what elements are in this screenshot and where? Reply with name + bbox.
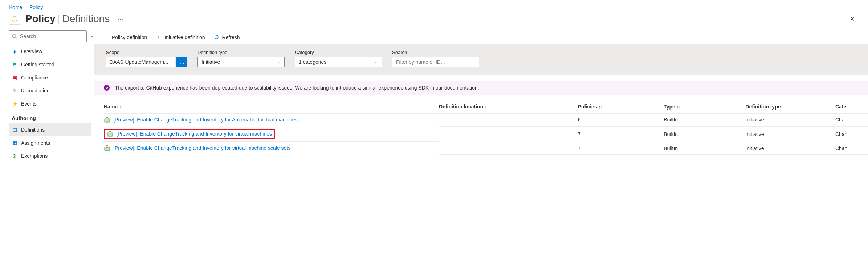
scope-display: OAAS-UpdateManagem... — [106, 57, 175, 67]
sidebar-item-exemptions[interactable]: ⊘Exemptions — [9, 149, 91, 162]
plus-icon: ＋ — [156, 33, 162, 41]
definition-link[interactable]: [Preview]: Enable ChangeTracking and Inv… — [113, 117, 298, 123]
plus-icon: ＋ — [103, 33, 109, 41]
cell-type: BuiltIn — [664, 114, 745, 127]
cell-type: BuiltIn — [664, 142, 745, 154]
notice-text: The export to GitHub experience has been… — [115, 85, 479, 91]
cell-policies: 7 — [578, 126, 664, 142]
page-header: Policy | Definitions ··· ✕ — [0, 12, 868, 30]
breadcrumb-policy[interactable]: Policy — [29, 4, 43, 10]
column-policies[interactable]: Policies↑↓ — [578, 101, 664, 114]
definition-type-label: Definition type — [197, 50, 285, 55]
refresh-icon — [214, 34, 219, 40]
table-row[interactable]: [Preview]: Enable ChangeTracking and Inv… — [104, 114, 868, 127]
info-icon: ➜ — [104, 85, 110, 91]
sort-icon: ↑↓ — [485, 105, 489, 109]
cell-type: BuiltIn — [664, 126, 745, 142]
compliance-icon: ▣ — [12, 75, 17, 81]
cell-policies: 7 — [578, 142, 664, 154]
add-policy-definition-button[interactable]: ＋Policy definition — [103, 33, 147, 41]
assignments-icon: ▦ — [12, 140, 17, 146]
sidebar-item-getting-started[interactable]: ⚑Getting started — [9, 58, 91, 71]
sidebar-search[interactable] — [9, 30, 87, 42]
highlighted-definition: [Preview]: Enable ChangeTracking and Inv… — [104, 129, 275, 139]
category-dropdown[interactable]: 1 categories ⌄ — [295, 57, 382, 67]
sidebar-item-definitions[interactable]: ▤Definitions — [9, 123, 91, 136]
getting-started-icon: ⚑ — [12, 62, 17, 67]
cell-category: Chan — [835, 114, 868, 127]
page-title-service: Policy — [25, 13, 55, 24]
cell-deftype: Initiative — [745, 142, 835, 154]
sidebar-item-assignments[interactable]: ▦Assignments — [9, 136, 91, 149]
column-category[interactable]: Cate — [835, 101, 868, 114]
sidebar-search-input[interactable] — [20, 33, 83, 39]
deprecation-notice: ➜ The export to GitHub experience has be… — [94, 81, 868, 95]
column-location[interactable]: Definition location↑↓ — [439, 101, 578, 114]
collapse-sidebar-icon[interactable]: « — [91, 34, 94, 39]
events-icon: ⚡ — [12, 101, 17, 107]
more-icon[interactable]: ··· — [118, 15, 123, 23]
column-type[interactable]: Type↑↓ — [664, 101, 745, 114]
definitions-table: Name↑↓ Definition location↑↓ Policies↑↓ … — [104, 101, 868, 155]
column-name[interactable]: Name↑↓ — [104, 101, 439, 114]
sidebar-item-remediation[interactable]: ✎Remediation — [9, 84, 91, 97]
svg-point-8 — [106, 145, 108, 148]
main-content: ＋Policy definition ＋Initiative definitio… — [94, 30, 868, 162]
filter-bar: Scope OAAS-UpdateManagem... … Definition… — [94, 44, 868, 75]
refresh-button[interactable]: Refresh — [214, 34, 240, 40]
overview-icon: ◈ — [12, 49, 17, 54]
definition-link[interactable]: [Preview]: Enable ChangeTracking and Inv… — [116, 131, 272, 137]
toolbar: ＋Policy definition ＋Initiative definitio… — [94, 30, 868, 44]
breadcrumb: Home › Policy — [0, 0, 868, 12]
sort-icon: ↑↓ — [599, 105, 603, 109]
sidebar: « ◈Overview ⚑Getting started ▣Compliance… — [0, 30, 94, 162]
exemptions-icon: ⊘ — [12, 153, 17, 159]
svg-point-4 — [106, 117, 108, 119]
definitions-icon: ▤ — [12, 127, 17, 133]
policy-icon — [9, 13, 20, 25]
page-title-page: Definitions — [62, 13, 110, 24]
initiative-icon — [107, 131, 113, 137]
cell-deftype: Initiative — [745, 114, 835, 127]
sidebar-item-events[interactable]: ⚡Events — [9, 97, 91, 110]
initiative-icon — [104, 145, 110, 151]
category-label: Category — [295, 50, 382, 55]
cell-deftype: Initiative — [745, 126, 835, 142]
filter-search-input[interactable] — [392, 57, 479, 67]
column-definition-type[interactable]: Definition type↑↓ — [745, 101, 835, 114]
chevron-down-icon: ⌄ — [277, 60, 281, 65]
sidebar-item-compliance[interactable]: ▣Compliance — [9, 71, 91, 84]
close-icon[interactable]: ✕ — [849, 15, 859, 23]
table-row[interactable]: [Preview]: Enable ChangeTracking and Inv… — [104, 142, 868, 154]
cell-location — [439, 142, 578, 154]
sort-icon: ↑↓ — [782, 105, 786, 109]
page-title: Policy | Definitions — [25, 13, 110, 25]
sort-icon: ↑↓ — [677, 105, 681, 109]
cell-policies: 6 — [578, 114, 664, 127]
sidebar-item-overview[interactable]: ◈Overview — [9, 45, 91, 58]
cell-category: Chan — [835, 126, 868, 142]
remediation-icon: ✎ — [12, 88, 17, 94]
cell-category: Chan — [835, 142, 868, 154]
breadcrumb-home[interactable]: Home — [9, 4, 22, 10]
initiative-icon — [104, 116, 110, 123]
add-initiative-definition-button[interactable]: ＋Initiative definition — [156, 33, 205, 41]
svg-point-1 — [13, 34, 16, 38]
table-row[interactable]: [Preview]: Enable ChangeTracking and Inv… — [104, 126, 868, 142]
cell-location — [439, 114, 578, 127]
svg-line-2 — [16, 37, 17, 39]
cell-location — [439, 126, 578, 142]
definition-type-dropdown[interactable]: Initiative ⌄ — [197, 57, 285, 67]
definition-link[interactable]: [Preview]: Enable ChangeTracking and Inv… — [113, 145, 290, 151]
search-label: Search — [392, 50, 479, 55]
sort-icon: ↑↓ — [119, 105, 123, 109]
svg-point-6 — [109, 131, 111, 133]
sidebar-section-authoring: Authoring — [9, 110, 91, 123]
scope-label: Scope — [106, 50, 187, 55]
svg-marker-0 — [12, 16, 17, 22]
chevron-right-icon: › — [25, 5, 27, 9]
scope-picker-button[interactable]: … — [176, 57, 187, 67]
search-icon — [12, 34, 17, 39]
chevron-down-icon: ⌄ — [375, 60, 378, 65]
